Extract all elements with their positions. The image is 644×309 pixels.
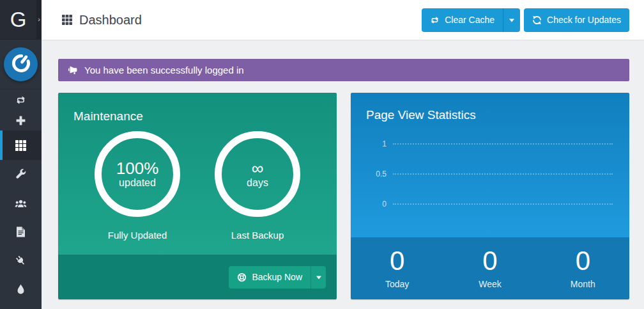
maintenance-card: Maintenance 100% updated Fully Updated <box>58 93 337 299</box>
droplet-icon <box>15 284 26 295</box>
life-ring-icon <box>237 273 247 282</box>
backup-dropdown-button[interactable] <box>310 266 326 289</box>
updated-ring: 100% updated <box>95 131 180 217</box>
page-title-text: Dashboard <box>79 13 142 28</box>
backup-label: Last Backup <box>231 230 284 241</box>
page-view-statistics-card: Page View Statistics 1 0.5 0 <box>351 93 629 299</box>
chart-gridline-row: 1 <box>366 129 614 159</box>
alert-message: You have been successfully logged in <box>84 65 244 75</box>
clear-cache-group: Clear Cache <box>422 8 520 32</box>
page-views-chart: 1 0.5 0 <box>366 129 614 219</box>
sidebar-item-add[interactable] <box>0 110 42 131</box>
top-bar: Dashboard Clear Cache <box>42 0 644 40</box>
y-axis-tick: 0.5 <box>366 170 387 178</box>
sidebar-item-users[interactable] <box>0 189 42 218</box>
login-success-alert: You have been successfully logged in <box>58 59 629 81</box>
stats-card-body: Page View Statistics 1 0.5 0 <box>351 93 629 237</box>
app-logo[interactable]: G <box>0 0 36 39</box>
clear-cache-dropdown-button[interactable] <box>503 8 520 32</box>
sidebar-nav <box>0 90 42 304</box>
check-updates-label: Check for Updates <box>547 15 621 25</box>
backup-ring: ∞ days <box>215 131 300 217</box>
sidebar-expand-toggle[interactable]: › <box>36 0 42 39</box>
refresh-icon <box>532 15 542 25</box>
updated-unit: updated <box>119 177 156 189</box>
logo-row: G › <box>0 0 42 40</box>
today-label: Today <box>385 279 409 289</box>
backup-stat: ∞ days Last Backup <box>215 131 300 241</box>
caret-down-icon <box>316 276 321 281</box>
sidebar-item-plugins[interactable] <box>0 246 42 275</box>
week-label: Week <box>479 279 502 289</box>
chart-gridline-row: 0.5 <box>366 159 614 189</box>
plug-icon <box>15 255 26 266</box>
users-icon <box>15 198 27 209</box>
sidebar-item-tools[interactable] <box>0 160 42 189</box>
gridline <box>393 173 613 175</box>
week-counter: 0 Week <box>443 248 536 289</box>
backup-group: Backup Now <box>229 266 326 289</box>
plus-icon <box>15 115 26 126</box>
stats-title: Page View Statistics <box>366 108 614 122</box>
gridline <box>393 143 613 145</box>
brand-logo[interactable] <box>4 47 38 81</box>
page-title: Dashboard <box>62 13 142 28</box>
logo-letter: G <box>10 8 27 32</box>
backup-unit: days <box>247 177 268 189</box>
updated-label: Fully Updated <box>108 230 167 241</box>
sidebar-item-dashboard[interactable] <box>0 131 42 160</box>
month-counter: 0 Month <box>537 248 629 289</box>
updated-value: 100% <box>116 159 159 178</box>
clear-cache-button[interactable]: Clear Cache <box>422 8 503 32</box>
maintenance-card-body: Maintenance 100% updated Fully Updated <box>58 93 337 255</box>
stats-card-footer: 0 Today 0 Week 0 Month <box>351 237 629 299</box>
retweet-icon <box>430 15 440 25</box>
clear-cache-label: Clear Cache <box>445 15 494 25</box>
power-icon <box>10 52 32 77</box>
sidebar-item-sync[interactable] <box>0 90 42 110</box>
main-area: Dashboard Clear Cache <box>42 0 644 309</box>
backup-value: ∞ <box>252 159 264 178</box>
app-window: G › <box>0 0 644 309</box>
sync-icon <box>15 95 26 106</box>
grid-icon <box>18 140 26 151</box>
sidebar-item-content[interactable] <box>0 218 42 246</box>
grid-icon <box>62 15 72 25</box>
chart-gridline-row: 0 <box>366 189 614 219</box>
wrench-icon <box>15 169 26 180</box>
y-axis-tick: 1 <box>366 139 387 148</box>
today-value: 0 <box>390 248 404 274</box>
header-actions: Clear Cache Check for Updates <box>422 8 629 32</box>
maintenance-card-footer: Backup Now <box>58 255 337 299</box>
check-updates-button[interactable]: Check for Updates <box>524 8 629 32</box>
y-axis-tick: 0 <box>366 200 387 209</box>
month-value: 0 <box>576 248 590 274</box>
today-counter: 0 Today <box>351 248 443 289</box>
backup-now-label: Backup Now <box>252 272 302 282</box>
content-area: You have been successfully logged in Mai… <box>42 40 644 309</box>
dashboard-cards: Maintenance 100% updated Fully Updated <box>58 93 629 299</box>
backup-now-button[interactable]: Backup Now <box>229 266 310 289</box>
sidebar: G › <box>0 0 42 309</box>
chevron-right-icon: › <box>38 16 40 23</box>
document-icon <box>15 226 26 237</box>
updated-stat: 100% updated Fully Updated <box>95 131 180 241</box>
bullhorn-icon <box>67 66 78 75</box>
week-value: 0 <box>482 248 497 274</box>
maintenance-circles: 100% updated Fully Updated ∞ days <box>73 131 321 241</box>
caret-down-icon <box>509 19 514 24</box>
brand-block <box>0 40 42 90</box>
month-label: Month <box>571 279 595 289</box>
maintenance-title: Maintenance <box>73 109 321 123</box>
gridline <box>393 203 613 205</box>
sidebar-item-themes[interactable] <box>0 275 42 304</box>
